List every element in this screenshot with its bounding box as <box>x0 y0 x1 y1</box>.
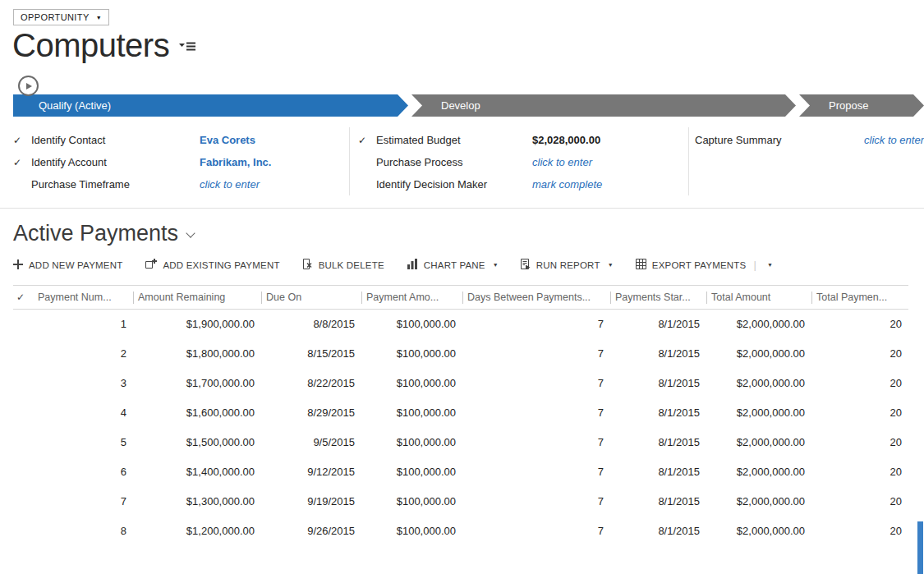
table-cell: $100,000.00 <box>361 428 462 457</box>
field-capture-summary: Capture Summary click to enter <box>695 129 924 151</box>
field-label: Purchase Process <box>376 156 532 168</box>
table-cell: $100,000.00 <box>361 517 462 546</box>
table-cell: 9/5/2015 <box>261 428 361 457</box>
entity-type-dropdown[interactable]: OPPORTUNITY ▼ <box>13 9 109 25</box>
field-value-placeholder[interactable]: click to enter <box>532 156 592 168</box>
table-cell: 7 <box>462 398 610 428</box>
scrollbar-thumb[interactable] <box>917 521 923 574</box>
table-cell: $1,800,000.00 <box>133 339 261 369</box>
column-header-total-payments[interactable]: Total Paymen... <box>811 286 908 310</box>
select-all-checkbox[interactable]: ✓ <box>13 286 33 310</box>
field-value-account-link[interactable]: Fabrikam, Inc. <box>200 156 271 168</box>
export-grid-icon <box>636 259 646 271</box>
field-identify-account: ✓ Identify Account Fabrikam, Inc. <box>13 151 349 173</box>
chart-pane-button[interactable]: CHART PANE ▼ <box>407 259 499 271</box>
table-cell: 8/1/2015 <box>610 339 706 369</box>
table-cell: 2 <box>33 339 133 369</box>
row-select-checkbox[interactable] <box>13 310 33 339</box>
table-row[interactable]: 4 $1,600,000.00 8/29/2015 $100,000.00 7 … <box>13 398 908 428</box>
export-payments-button[interactable]: EXPORT PAYMENTS <box>636 259 747 271</box>
page-title: Computers <box>12 26 169 64</box>
row-select-checkbox[interactable] <box>13 487 33 517</box>
bulk-delete-button[interactable]: BULK DELETE <box>302 259 384 271</box>
field-value-contact-link[interactable]: Eva Corets <box>200 134 255 146</box>
field-label: Identify Account <box>31 156 200 168</box>
table-cell: 7 <box>462 517 610 546</box>
field-value-placeholder[interactable]: mark complete <box>532 178 602 191</box>
table-cell: 7 <box>462 310 610 339</box>
table-cell: $1,300,000.00 <box>133 487 261 517</box>
field-value-placeholder[interactable]: click to enter <box>864 134 924 146</box>
stage-propose[interactable]: Propose <box>799 94 924 117</box>
table-cell: 8/1/2015 <box>610 428 706 457</box>
grid-view-selector[interactable]: Active Payments <box>13 221 194 246</box>
table-cell: $100,000.00 <box>361 310 462 339</box>
column-header-due-on[interactable]: Due On <box>261 286 361 310</box>
toolbar-label: ADD EXISTING PAYMENT <box>163 260 279 270</box>
row-select-checkbox[interactable] <box>13 339 33 369</box>
table-cell: $1,700,000.00 <box>133 369 261 398</box>
toolbar-label: EXPORT PAYMENTS <box>652 260 747 270</box>
column-header-payment-number[interactable]: Payment Num... <box>33 286 133 310</box>
column-header-payment-amount[interactable]: Payment Amo... <box>361 286 462 310</box>
table-cell: 8/1/2015 <box>610 457 706 487</box>
table-row[interactable]: 1 $1,900,000.00 8/8/2015 $100,000.00 7 8… <box>13 310 908 339</box>
add-new-payment-button[interactable]: ADD NEW PAYMENT <box>13 259 122 271</box>
table-cell: 7 <box>33 487 133 517</box>
plus-icon <box>13 259 23 271</box>
title-related-menu-icon[interactable] <box>179 40 195 56</box>
table-cell: 20 <box>811 398 908 428</box>
table-row[interactable]: 2 $1,800,000.00 8/15/2015 $100,000.00 7 … <box>13 339 908 369</box>
table-row[interactable]: 6 $1,400,000.00 9/12/2015 $100,000.00 7 … <box>13 457 908 487</box>
table-cell: 20 <box>811 517 908 546</box>
table-cell: 8/22/2015 <box>261 369 361 398</box>
table-cell: 9/12/2015 <box>261 457 361 487</box>
row-select-checkbox[interactable] <box>13 398 33 428</box>
table-cell: 3 <box>33 369 133 398</box>
process-fields: ✓ Identify Contact Eva Corets ✓ Identify… <box>0 127 924 195</box>
field-value-budget[interactable]: $2,028,000.00 <box>532 134 600 146</box>
grid-toolbar: ADD NEW PAYMENT ADD EXISTING PAYMENT BUL… <box>13 259 924 271</box>
field-label: Purchase Timeframe <box>31 178 200 191</box>
field-label: Identify Decision Maker <box>376 178 532 191</box>
row-select-checkbox[interactable] <box>13 517 33 546</box>
table-cell: $100,000.00 <box>361 369 462 398</box>
table-cell: $100,000.00 <box>361 457 462 487</box>
table-cell: $2,000,000.00 <box>706 339 811 369</box>
table-cell: $1,900,000.00 <box>133 310 261 339</box>
table-cell: $2,000,000.00 <box>706 487 811 517</box>
add-existing-payment-button[interactable]: ADD EXISTING PAYMENT <box>145 259 279 271</box>
table-cell: 9/19/2015 <box>261 487 361 517</box>
run-report-icon <box>521 259 531 271</box>
table-cell: 1 <box>33 310 133 339</box>
table-cell: $1,400,000.00 <box>133 457 261 487</box>
table-row[interactable]: 3 $1,700,000.00 8/22/2015 $100,000.00 7 … <box>13 369 908 398</box>
more-commands-chevron-icon[interactable]: ▼ <box>764 259 776 271</box>
table-cell: 7 <box>462 457 610 487</box>
grid-title: Active Payments <box>13 221 178 246</box>
column-header-payments-start[interactable]: Payments Star... <box>610 286 706 310</box>
field-value-placeholder[interactable]: click to enter <box>200 178 260 191</box>
section-divider <box>0 208 924 209</box>
table-row[interactable]: 7 $1,300,000.00 9/19/2015 $100,000.00 7 … <box>13 487 908 517</box>
process-stage-indicator-icon <box>18 76 39 96</box>
column-header-amount-remaining[interactable]: Amount Remaining <box>133 286 261 310</box>
stage-qualify[interactable]: Qualify (Active) <box>13 94 408 117</box>
business-process-flow: Qualify (Active) Develop Propose ✓ Ident… <box>0 94 924 195</box>
bulk-delete-icon <box>302 259 313 271</box>
row-select-checkbox[interactable] <box>13 369 33 398</box>
row-select-checkbox[interactable] <box>13 457 33 487</box>
table-cell: 8/15/2015 <box>261 339 361 369</box>
table-cell: 20 <box>811 310 908 339</box>
table-cell: 20 <box>811 428 908 457</box>
payments-section: Active Payments ADD NEW PAYMENT ADD EXIS… <box>13 221 924 546</box>
row-select-checkbox[interactable] <box>13 428 33 457</box>
stage-develop[interactable]: Develop <box>411 94 796 117</box>
column-header-days-between[interactable]: Days Between Payments... <box>462 286 610 310</box>
run-report-button[interactable]: RUN REPORT ▼ <box>521 259 614 271</box>
column-header-total-amount[interactable]: Total Amount <box>706 286 811 310</box>
toolbar-label: BULK DELETE <box>319 260 384 270</box>
table-row[interactable]: 8 $1,200,000.00 9/26/2015 $100,000.00 7 … <box>13 517 908 546</box>
table-row[interactable]: 5 $1,500,000.00 9/5/2015 $100,000.00 7 8… <box>13 428 908 457</box>
table-cell: $1,200,000.00 <box>133 517 261 546</box>
